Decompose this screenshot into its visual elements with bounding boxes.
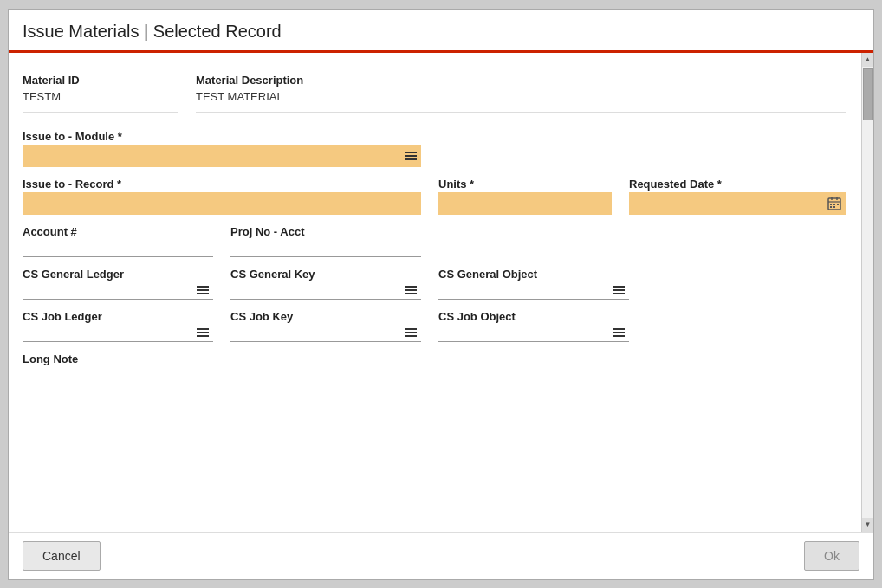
svg-rect-6 bbox=[837, 204, 839, 205]
cs-job-ledger-label: CS Job Ledger bbox=[23, 310, 213, 323]
issue-to-module-input[interactable] bbox=[23, 145, 400, 167]
cs-general-ledger-label: CS General Ledger bbox=[23, 268, 213, 281]
units-group: Units * bbox=[438, 178, 612, 215]
requested-date-label: Requested Date * bbox=[629, 178, 846, 191]
issue-to-module-input-wrapper bbox=[23, 145, 421, 167]
cs-general-key-input-wrapper bbox=[230, 282, 421, 300]
requested-date-input[interactable] bbox=[629, 192, 823, 215]
cancel-button[interactable]: Cancel bbox=[23, 541, 101, 571]
cs-job-object-input[interactable] bbox=[438, 325, 608, 341]
issue-materials-dialog: Issue Materials | Selected Record Materi… bbox=[8, 9, 874, 580]
material-desc-label: Material Description bbox=[196, 74, 846, 87]
svg-rect-4 bbox=[830, 204, 832, 205]
cs-general-ledger-group: CS General Ledger bbox=[23, 268, 213, 300]
scrollbar: ▲ ▼ bbox=[861, 53, 873, 532]
proj-no-acct-group: Proj No - Acct bbox=[230, 225, 421, 257]
cs-job-key-menu-icon[interactable] bbox=[400, 326, 421, 339]
cs-general-ledger-input-wrapper bbox=[23, 282, 213, 300]
cs-job-ledger-menu-icon[interactable] bbox=[192, 326, 213, 339]
requested-date-input-wrapper bbox=[629, 192, 846, 215]
requested-date-group: Requested Date * bbox=[629, 178, 846, 215]
material-desc-divider bbox=[196, 112, 846, 113]
long-note-label: Long Note bbox=[23, 352, 846, 365]
account-row: Account # Proj No - Acct bbox=[23, 225, 846, 257]
cs-job-ledger-input[interactable] bbox=[23, 325, 192, 341]
content-area: Material ID TESTM Material Description T… bbox=[9, 53, 861, 532]
title-bar: Issue Materials | Selected Record bbox=[9, 10, 873, 53]
long-note-input[interactable] bbox=[23, 367, 846, 384]
material-info-row: Material ID TESTM Material Description T… bbox=[23, 74, 846, 120]
footer: Cancel Ok bbox=[9, 532, 873, 579]
account-label: Account # bbox=[23, 225, 213, 238]
svg-rect-7 bbox=[830, 206, 832, 208]
issue-to-record-label: Issue to - Record * bbox=[23, 178, 421, 191]
cs-general-key-input[interactable] bbox=[230, 282, 400, 299]
cs-job-object-menu-icon[interactable] bbox=[608, 326, 629, 339]
scroll-up-button[interactable]: ▲ bbox=[862, 53, 874, 67]
issue-to-record-input[interactable] bbox=[23, 192, 421, 215]
units-label: Units * bbox=[438, 178, 612, 191]
cs-general-ledger-input[interactable] bbox=[23, 282, 192, 299]
issue-to-module-row: Issue to - Module * bbox=[23, 130, 846, 167]
proj-no-acct-input[interactable] bbox=[230, 240, 421, 257]
material-id-group: Material ID TESTM bbox=[23, 74, 178, 120]
cs-job-ledger-input-wrapper bbox=[23, 325, 213, 342]
issue-to-module-label: Issue to - Module * bbox=[23, 130, 846, 143]
cs-job-row: CS Job Ledger CS Job Key bbox=[23, 310, 846, 342]
material-id-divider bbox=[23, 112, 178, 113]
proj-no-acct-label: Proj No - Acct bbox=[230, 225, 421, 238]
scroll-down-button[interactable]: ▼ bbox=[862, 518, 874, 532]
account-input[interactable] bbox=[23, 240, 213, 257]
cs-general-key-label: CS General Key bbox=[230, 268, 421, 281]
issue-to-record-input-wrapper bbox=[23, 192, 421, 215]
cs-job-key-input[interactable] bbox=[230, 325, 400, 341]
cs-general-ledger-menu-icon[interactable] bbox=[192, 283, 213, 297]
account-group: Account # bbox=[23, 225, 213, 257]
cs-job-key-input-wrapper bbox=[230, 325, 421, 342]
svg-rect-8 bbox=[833, 206, 835, 208]
material-desc-value: TEST MATERIAL bbox=[196, 88, 846, 105]
material-desc-group: Material Description TEST MATERIAL bbox=[196, 74, 846, 120]
issue-to-record-group: Issue to - Record * bbox=[23, 178, 421, 215]
cs-general-object-input-wrapper bbox=[438, 282, 629, 300]
cs-general-object-label: CS General Object bbox=[438, 268, 629, 281]
cs-general-object-input[interactable] bbox=[438, 282, 608, 299]
issue-to-module-group: Issue to - Module * bbox=[23, 130, 846, 167]
cs-general-row: CS General Ledger CS General Key bbox=[23, 268, 846, 300]
calendar-icon[interactable] bbox=[823, 195, 846, 212]
long-note-group: Long Note bbox=[23, 352, 846, 384]
units-input-wrapper bbox=[438, 192, 612, 215]
cs-general-object-group: CS General Object bbox=[438, 268, 629, 300]
cs-job-object-group: CS Job Object bbox=[438, 310, 629, 342]
cs-job-object-label: CS Job Object bbox=[438, 310, 629, 323]
svg-rect-5 bbox=[833, 204, 835, 205]
cs-general-object-menu-icon[interactable] bbox=[608, 283, 629, 297]
cs-job-key-group: CS Job Key bbox=[230, 310, 421, 342]
cs-job-ledger-group: CS Job Ledger bbox=[23, 310, 213, 342]
issue-record-row: Issue to - Record * Units * bbox=[23, 178, 846, 215]
material-id-label: Material ID bbox=[23, 74, 178, 87]
units-input[interactable] bbox=[438, 192, 612, 215]
cs-general-key-menu-icon[interactable] bbox=[400, 283, 421, 297]
dialog-title: Issue Materials | Selected Record bbox=[23, 22, 859, 50]
material-id-value: TESTM bbox=[23, 88, 178, 105]
issue-to-module-menu-icon[interactable] bbox=[400, 149, 421, 163]
cs-job-key-label: CS Job Key bbox=[230, 310, 421, 323]
cs-job-object-input-wrapper bbox=[438, 325, 629, 342]
long-note-row: Long Note bbox=[23, 352, 846, 384]
cs-general-key-group: CS General Key bbox=[230, 268, 421, 300]
scroll-thumb[interactable] bbox=[863, 68, 873, 120]
ok-button[interactable]: Ok bbox=[804, 541, 859, 571]
